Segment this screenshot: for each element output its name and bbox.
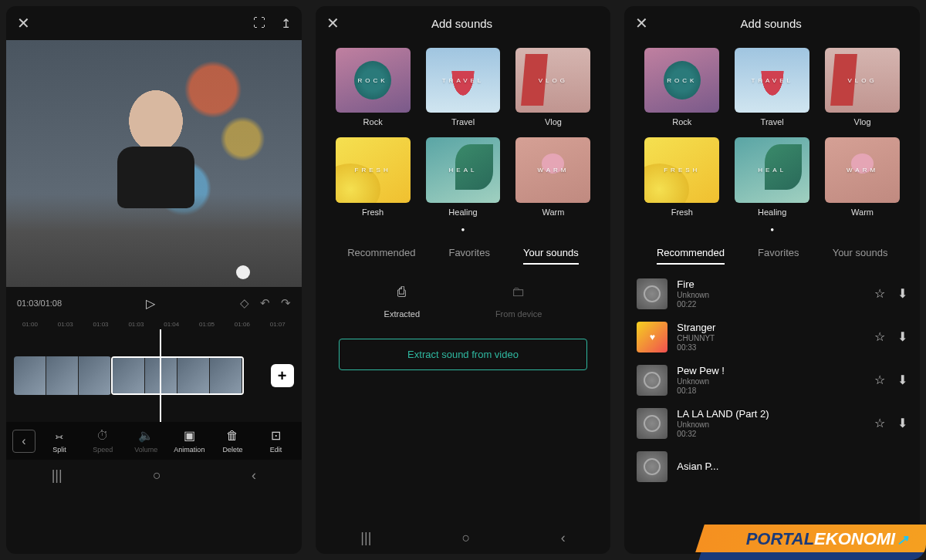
home-icon[interactable]: ○ — [153, 467, 161, 484]
category-rock[interactable]: ROCK Rock — [644, 48, 719, 127]
track-artist: Unknown — [677, 291, 865, 299]
track-row[interactable]: Pew Pew ! Unknown 00:18 ☆ ⬇ — [637, 359, 907, 402]
undo-icon[interactable]: ↶ — [260, 296, 270, 310]
close-icon[interactable]: ✕ — [17, 14, 30, 32]
track-artist: CHUNNYT — [677, 334, 865, 342]
category-fresh[interactable]: FRESH Fresh — [336, 137, 411, 216]
tool-volume[interactable]: 🔈 Volume — [127, 428, 165, 454]
track-title: Fire — [677, 278, 865, 290]
download-icon[interactable]: ⬇ — [897, 416, 907, 430]
tab-recommended[interactable]: Recommended — [347, 247, 415, 265]
folder-icon: 🗀 — [508, 282, 529, 303]
track-duration: 00:22 — [677, 300, 865, 309]
video-preview[interactable] — [6, 40, 302, 287]
editor-screen: ✕ ⛶ ↥ 01:03/01:08 ▷ ◇ ↶ ↷ 01:00 01:03 01… — [6, 6, 302, 554]
extract-sound-button[interactable]: Extract sound from video — [339, 339, 588, 370]
page-title: Add sounds — [431, 17, 492, 30]
track-thumbnail — [637, 278, 667, 309]
android-navbar: ||| ○ ‹ — [6, 460, 302, 491]
track-title: Asian P... — [677, 460, 907, 472]
tab-favorites[interactable]: Favorites — [448, 247, 489, 265]
track-row[interactable]: Stranger CHUNNYT 00:33 ☆ ⬇ — [637, 315, 907, 359]
category-warm[interactable]: WARM Warm — [825, 137, 900, 216]
watermark: PORTALEKONOMI↗ — [700, 525, 917, 560]
keyframe-icon[interactable]: ◇ — [240, 296, 249, 310]
source-from-device[interactable]: 🗀 From device — [495, 282, 542, 319]
sounds-topbar: ✕ Add sounds — [624, 6, 920, 40]
export-icon[interactable]: ↥ — [281, 16, 291, 31]
category-rock[interactable]: ROCK Rock — [336, 48, 411, 127]
playback-controls: 01:03/01:08 ▷ ◇ ↶ ↷ — [6, 287, 302, 319]
fullscreen-icon[interactable]: ⛶ — [253, 16, 265, 31]
extracted-icon: ⎙ — [391, 282, 413, 303]
track-duration: 00:18 — [677, 386, 865, 395]
favorite-icon[interactable]: ☆ — [874, 373, 885, 387]
favorite-icon[interactable]: ☆ — [874, 416, 885, 430]
category-healing[interactable]: HEAL Healing — [426, 137, 501, 216]
android-navbar: ||| ○ ‹ — [316, 522, 611, 554]
recents-icon[interactable]: ||| — [360, 530, 371, 546]
category-fresh[interactable]: FRESH Fresh — [644, 137, 719, 216]
track-title: LA LA LAND (Part 2) — [677, 408, 865, 420]
download-icon[interactable]: ⬇ — [897, 286, 907, 301]
back-button[interactable]: ‹ — [12, 430, 35, 453]
recents-icon[interactable]: ||| — [52, 467, 63, 484]
back-icon[interactable]: ‹ — [561, 530, 566, 546]
category-vlog[interactable]: VLOG Vlog — [825, 48, 900, 127]
category-travel[interactable]: TRAVEL Travel — [735, 48, 809, 127]
page-indicator: ● — [316, 221, 611, 238]
back-icon[interactable]: ‹ — [252, 467, 256, 484]
track-row[interactable]: LA LA LAND (Part 2) Unknown 00:32 ☆ ⬇ — [637, 402, 907, 445]
track-artist: Unknown — [677, 377, 865, 386]
timeline[interactable]: + — [6, 329, 302, 422]
download-icon[interactable]: ⬇ — [897, 329, 907, 344]
track-duration: 00:32 — [677, 430, 865, 438]
tool-speed[interactable]: ⏱ Speed — [83, 429, 122, 454]
category-healing[interactable]: HEAL Healing — [735, 137, 809, 216]
track-duration: 00:33 — [677, 343, 865, 352]
favorite-icon[interactable]: ☆ — [874, 286, 885, 301]
sound-category-grid: ROCK Rock TRAVEL Travel VLOG Vlog FRESH … — [624, 40, 920, 221]
tab-favorites[interactable]: Favorites — [758, 247, 799, 265]
close-icon[interactable]: ✕ — [326, 14, 340, 32]
track-thumbnail — [637, 365, 667, 396]
clip[interactable] — [14, 356, 111, 395]
track-row[interactable]: Fire Unknown 00:22 ☆ ⬇ — [637, 272, 907, 315]
watermark-text-1: PORTAL — [746, 529, 814, 549]
redo-icon[interactable]: ↷ — [281, 296, 291, 310]
play-button[interactable]: ▷ — [146, 296, 155, 311]
watermark-text-2: EKONOMI — [815, 529, 896, 549]
clip-selected[interactable] — [111, 356, 244, 395]
track-list: Fire Unknown 00:22 ☆ ⬇ Stranger CHUNNYT … — [624, 272, 920, 555]
download-icon[interactable]: ⬇ — [897, 373, 907, 387]
favorite-icon[interactable]: ☆ — [874, 329, 885, 344]
home-icon[interactable]: ○ — [462, 530, 471, 546]
tool-edit[interactable]: ⊡ Edit — [257, 428, 296, 454]
category-warm[interactable]: WARM Warm — [515, 137, 590, 216]
split-icon: ⟗ — [56, 429, 63, 443]
playhead[interactable] — [160, 329, 161, 422]
track-row[interactable]: Asian P... — [637, 445, 907, 488]
editor-topbar: ✕ ⛶ ↥ — [6, 6, 302, 40]
tool-delete[interactable]: 🗑 Delete — [213, 429, 252, 454]
tab-your-sounds[interactable]: Your sounds — [523, 247, 579, 265]
tab-recommended[interactable]: Recommended — [657, 247, 725, 265]
sounds-screen-recommended: ✕ Add sounds ROCK Rock TRAVEL Travel VLO… — [624, 6, 920, 554]
track-thumbnail — [637, 408, 667, 439]
track-title: Stranger — [677, 322, 865, 333]
category-travel[interactable]: TRAVEL Travel — [426, 48, 501, 127]
add-clip-button[interactable]: + — [271, 364, 294, 387]
track-thumbnail — [637, 451, 667, 482]
tab-your-sounds[interactable]: Your sounds — [833, 247, 888, 265]
sound-tabs: Recommended Favorites Your sounds — [316, 238, 611, 272]
time-ruler: 01:00 01:03 01:03 01:03 01:04 01:05 01:0… — [6, 319, 302, 329]
source-extracted[interactable]: ⎙ Extracted — [384, 282, 420, 319]
tool-split[interactable]: ⟗ Split — [40, 429, 79, 454]
time-display: 01:03/01:08 — [17, 299, 62, 308]
page-title: Add sounds — [741, 17, 802, 30]
category-vlog[interactable]: VLOG Vlog — [515, 48, 590, 127]
close-icon[interactable]: ✕ — [635, 14, 648, 32]
tool-animation[interactable]: ▣ Animation — [170, 428, 208, 454]
sound-category-grid: ROCK Rock TRAVEL Travel VLOG Vlog FRESH … — [316, 40, 611, 221]
edit-icon: ⊡ — [271, 428, 281, 443]
